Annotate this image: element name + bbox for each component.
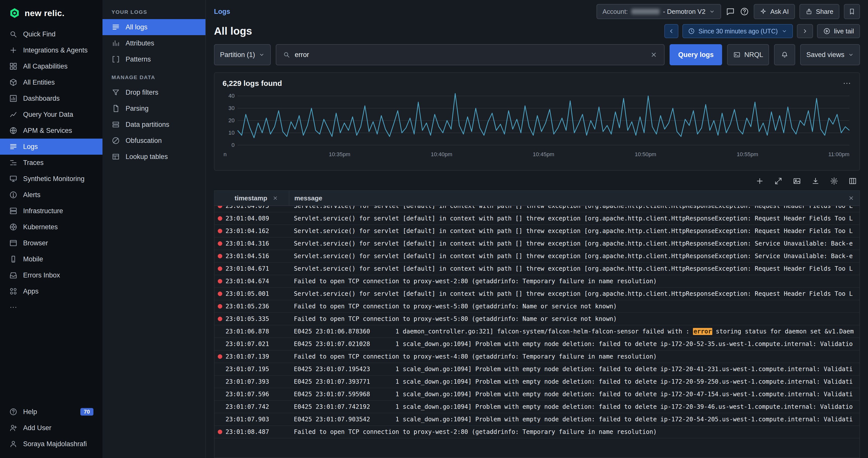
sidebar-footer-add-user[interactable]: Add User (0, 420, 102, 436)
pattern-icon (112, 55, 120, 64)
sidebar-item-all-entities[interactable]: All Entities (0, 74, 102, 90)
new-relic-logo[interactable]: new relic. (0, 0, 102, 26)
download-icon[interactable] (811, 177, 820, 185)
time-back-button[interactable] (664, 24, 678, 38)
dashboard-icon (9, 94, 18, 103)
clear-search-icon[interactable] (650, 51, 657, 59)
sidebar-item-alerts[interactable]: Alerts (0, 187, 102, 203)
log-row[interactable]: 23:01:04.516Servlet.service() for servle… (215, 250, 860, 263)
log-row[interactable]: 23:01:04.075Servlet.service() for servle… (215, 206, 860, 212)
app-root: new relic. Quick FindIntegrations & Agen… (0, 0, 868, 458)
log-timestamp: 23:01:04.671 (225, 265, 289, 272)
account-selector[interactable]: Account: - Demotron V2 (596, 4, 721, 19)
log-row[interactable]: 23:01:04.089Servlet.service() for servle… (215, 212, 860, 225)
search-input[interactable] (295, 51, 646, 59)
logs-nav-item-drop-filters[interactable]: Drop filters (102, 85, 206, 100)
live-tail-button[interactable]: live tail (817, 24, 860, 38)
log-row[interactable]: 23:01:04.671Servlet.service() for servle… (215, 263, 860, 275)
sidebar-footer-help[interactable]: Help70 (0, 404, 102, 420)
more-options-icon[interactable] (842, 79, 851, 88)
log-row[interactable]: 23:01:07.903E0425 23:01:07.903542 1 scal… (215, 413, 860, 426)
log-row[interactable]: 23:01:04.316Servlet.service() for servle… (215, 237, 860, 250)
saved-views-button[interactable]: Saved views (800, 44, 860, 65)
log-row[interactable]: 23:01:05.236Failed to open TCP connectio… (215, 300, 860, 313)
remove-message-column-icon[interactable] (848, 195, 855, 201)
log-row[interactable]: 23:01:04.162Servlet.service() for servle… (215, 225, 860, 237)
time-range-picker[interactable]: Since 30 minutes ago (UTC) (682, 24, 793, 38)
log-row[interactable]: 23:01:07.139Failed to open TCP connectio… (215, 351, 860, 363)
severity-cell (215, 317, 225, 321)
alert-icon (9, 191, 18, 199)
table-columns-icon[interactable] (848, 177, 857, 185)
log-row[interactable]: 23:01:06.878E0425 23:01:06.878360 1 daem… (215, 325, 860, 338)
nrql-button[interactable]: NRQL (727, 44, 769, 65)
feedback-chat-icon[interactable] (725, 7, 735, 16)
logs-nav-item-parsing[interactable]: Parsing (102, 100, 206, 117)
sidebar-item-all-capabilities[interactable]: All Capabilities (0, 58, 102, 74)
error-level-dot (218, 254, 222, 258)
sidebar-item-integrations-agents[interactable]: Integrations & Agents (0, 42, 102, 58)
settings-gear-icon[interactable] (830, 177, 838, 185)
log-row[interactable]: 23:01:04.674Failed to open TCP connectio… (215, 275, 860, 288)
help-icon (9, 407, 18, 416)
logs-nav-item-patterns[interactable]: Patterns (102, 51, 206, 67)
log-row[interactable]: 23:01:07.393E0425 23:01:07.393771 1 scal… (215, 375, 860, 388)
expand-icon[interactable] (774, 177, 783, 185)
add-icon[interactable] (755, 177, 764, 185)
time-forward-button[interactable] (797, 24, 813, 38)
sidebar-item-traces[interactable]: Traces (0, 155, 102, 171)
sidebar-item-query-your-data[interactable]: Query Your Data (0, 106, 102, 123)
sidebar-item-quick-find[interactable]: Quick Find (0, 26, 102, 42)
log-row[interactable]: 23:01:05.001Servlet.service() for servle… (215, 288, 860, 300)
logs-nav-item-obfuscation[interactable]: Obfuscation (102, 133, 206, 149)
ask-ai-button[interactable]: Ask AI (754, 4, 795, 19)
help-circle-icon[interactable] (740, 7, 749, 16)
chevron-down-icon (259, 52, 265, 58)
log-row[interactable]: 23:01:07.596E0425 23:01:07.595968 1 scal… (215, 388, 860, 401)
sidebar-item-synthetic-monitoring[interactable]: Synthetic Monitoring (0, 171, 102, 187)
nav-item-label: Soraya Majdolashrafi (23, 440, 87, 448)
logs-nav-item-lookup-tables[interactable]: Lookup tables (102, 149, 206, 165)
sidebar-item-dashboards[interactable]: Dashboards (0, 90, 102, 106)
severity-cell (215, 292, 225, 296)
breadcrumb[interactable]: Logs (214, 8, 230, 15)
svg-text:0: 0 (231, 142, 235, 148)
message-column-header[interactable]: message (289, 191, 860, 205)
severity-cell (215, 229, 225, 233)
adduser-icon (9, 424, 18, 432)
logs-nav-item-all-logs[interactable]: All logs (102, 19, 206, 35)
chevron-left-icon (668, 28, 675, 35)
logs-timeseries-chart[interactable]: 010203040n10:35pm10:40pm10:45pm10:50pm10… (222, 92, 851, 167)
sidebar-item-infrastructure[interactable]: Infrastructure (0, 203, 102, 219)
query-logs-button[interactable]: Query logs (670, 44, 722, 65)
sidebar-item-logs[interactable]: Logs (0, 139, 102, 155)
logs-nav-item-attributes[interactable]: Attributes (102, 35, 206, 51)
alert-condition-button[interactable] (774, 44, 795, 65)
sidebar-item-mobile[interactable]: Mobile (0, 251, 102, 267)
timestamp-column-header[interactable]: timestamp (215, 194, 289, 202)
log-row[interactable]: 23:01:07.021E0425 23:01:07.021028 1 scal… (215, 338, 860, 351)
sidebar-more-button[interactable] (0, 299, 102, 315)
log-timestamp: 23:01:05.001 (225, 290, 289, 297)
logs-icon (9, 142, 18, 151)
mobile-icon (9, 255, 18, 263)
share-button[interactable]: Share (800, 4, 839, 19)
bookmark-button[interactable] (844, 4, 860, 19)
log-row[interactable]: 23:01:07.195E0425 23:01:07.195423 1 scal… (215, 363, 860, 375)
sidebar-item-errors-inbox[interactable]: Errors Inbox (0, 267, 102, 283)
snapshot-icon[interactable] (793, 177, 801, 185)
logs-nav-item-data-partitions[interactable]: Data partitions (102, 117, 206, 133)
sidebar-item-apps[interactable]: Apps (0, 283, 102, 299)
error-level-dot (218, 206, 222, 208)
sidebar-item-kubernetes[interactable]: Kubernetes (0, 219, 102, 235)
sidebar-item-apm-services[interactable]: APM & Services (0, 123, 102, 139)
nav-item-label: Kubernetes (23, 223, 58, 231)
log-message: Servlet.service() for servlet [default] … (289, 290, 860, 297)
remove-timestamp-column-icon[interactable] (272, 195, 278, 201)
sidebar-item-browser[interactable]: Browser (0, 235, 102, 251)
sidebar-footer-soraya-majdolashrafi[interactable]: Soraya Majdolashrafi (0, 436, 102, 452)
log-row[interactable]: 23:01:08.487Failed to open TCP connectio… (215, 426, 860, 438)
log-row[interactable]: 23:01:05.335Failed to open TCP connectio… (215, 313, 860, 325)
log-row[interactable]: 23:01:07.742E0425 23:01:07.742192 1 scal… (215, 401, 860, 413)
partition-filter-button[interactable]: Partition (1) (214, 44, 271, 65)
